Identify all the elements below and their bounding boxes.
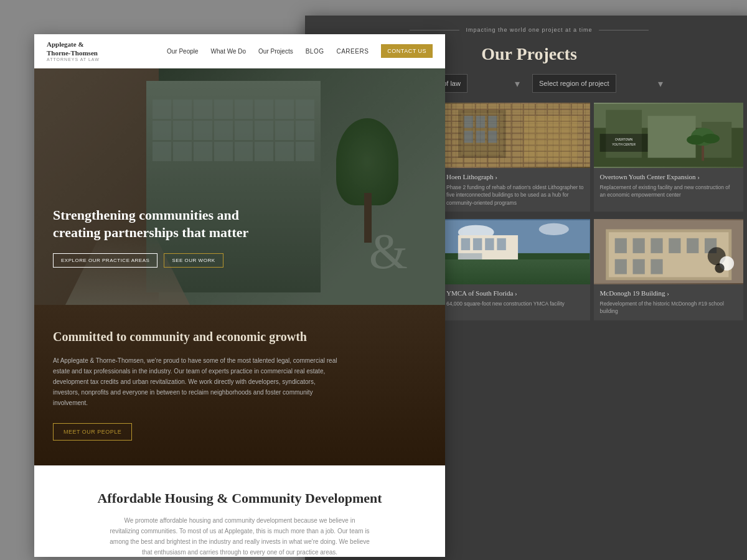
- svg-rect-24: [476, 116, 485, 128]
- contact-us-button[interactable]: CONTACT US: [381, 44, 433, 58]
- svg-rect-64: [632, 259, 644, 274]
- svg-rect-61: [687, 238, 698, 253]
- project-card-mcdonogh[interactable]: McDonogh 19 Building › Redevelopment of …: [594, 219, 744, 320]
- region-filter-wrap: Select region of project: [532, 74, 669, 93]
- logo-name2: Thorne-Thomsen: [47, 49, 100, 57]
- affordable-housing-title: Affordable Housing & Community Developme…: [53, 490, 426, 506]
- see-our-work-button[interactable]: SEE OUR WORK: [164, 253, 223, 268]
- wood-section-text: At Applegate & Thorne-Thomsen, we're pro…: [53, 355, 339, 408]
- projects-right-col: Hoen Lithograph › Phase 2 funding of reh…: [440, 103, 743, 337]
- tagline-text: Impacting the world one project at a tim…: [466, 27, 592, 33]
- svg-rect-59: [651, 238, 662, 253]
- svg-rect-26: [464, 131, 472, 142]
- svg-rect-52: [458, 253, 482, 274]
- svg-rect-23: [464, 116, 472, 128]
- project-body-mcdonogh: McDonogh 19 Building › Redevelopment of …: [594, 284, 744, 320]
- logo-name: Applegate &: [47, 40, 100, 49]
- svg-rect-65: [651, 259, 662, 274]
- left-website-panel: Applegate & Thorne-Thomsen ATTORNEYS AT …: [34, 34, 445, 557]
- svg-text:YOUTH CENTER: YOUTH CENTER: [612, 143, 636, 146]
- nav-our-projects[interactable]: Our Projects: [258, 48, 293, 55]
- project-name-overtown: Overtown Youth Center Expansion ›: [600, 173, 738, 180]
- project-image-overtown: OVERTOWN YOUTH CENTER: [594, 103, 744, 168]
- nav-links: Our People What We Do Our Projects BLOG …: [167, 44, 433, 58]
- svg-rect-57: [614, 238, 626, 253]
- svg-rect-49: [473, 238, 482, 250]
- nav-our-people[interactable]: Our People: [167, 48, 199, 55]
- affordable-housing-text: We promote affordable housing and commun…: [109, 515, 370, 557]
- meet-our-people-button[interactable]: MEET OUR PEOPLE: [53, 423, 132, 441]
- hero-buttons: EXPLORE OUR PRACTICE AREAS SEE OUR WORK: [53, 253, 252, 268]
- svg-rect-27: [476, 131, 485, 142]
- svg-point-53: [548, 266, 553, 271]
- project-desc-mcdonogh: Redevelopment of the historic McDonogh #…: [600, 300, 738, 315]
- svg-rect-29: [524, 116, 578, 161]
- nav-careers[interactable]: CAREERS: [336, 48, 369, 55]
- svg-point-68: [715, 263, 724, 273]
- project-desc-ymca: 64,000 square-foot new construction YMCA…: [446, 300, 584, 307]
- region-filter-select[interactable]: Select region of project: [532, 74, 616, 93]
- svg-rect-63: [614, 259, 626, 274]
- ampersand-watermark: &: [369, 223, 408, 280]
- project-card-ymca[interactable]: YMCA of South Florida › 64,000 square-fo…: [440, 219, 590, 320]
- svg-rect-58: [632, 238, 644, 253]
- svg-point-46: [539, 223, 569, 235]
- explore-practice-areas-button[interactable]: EXPLORE OUR PRACTICE AREAS: [53, 253, 157, 268]
- project-image-ymca: [440, 219, 590, 284]
- tagline-line: Impacting the world one project at a tim…: [316, 27, 742, 33]
- project-body-overtown: Overtown Youth Center Expansion › Replac…: [594, 168, 744, 204]
- hero-section: Strengthening communities and creating p…: [34, 68, 445, 305]
- svg-rect-51: [497, 238, 505, 250]
- hero-content: Strengthening communities and creating p…: [53, 207, 252, 268]
- svg-point-41: [702, 134, 720, 143]
- project-name-ymca: YMCA of South Florida ›: [446, 289, 584, 297]
- svg-rect-50: [485, 238, 494, 250]
- project-body-ymca: YMCA of South Florida › 64,000 square-fo…: [440, 284, 590, 312]
- project-desc-overtown: Replacement of existing facility and new…: [600, 184, 738, 199]
- svg-rect-60: [669, 238, 680, 253]
- navigation: Applegate & Thorne-Thomsen ATTORNEYS AT …: [34, 34, 445, 68]
- project-card-hoen[interactable]: Hoen Lithograph › Phase 2 funding of reh…: [440, 103, 590, 212]
- logo[interactable]: Applegate & Thorne-Thomsen ATTORNEYS AT …: [47, 40, 100, 61]
- svg-rect-28: [488, 131, 497, 142]
- hero-title: Strengthening communities and creating p…: [53, 207, 252, 242]
- svg-rect-17: [440, 104, 590, 167]
- svg-rect-48: [461, 238, 470, 250]
- wood-section: Committed to community and economic grow…: [34, 305, 445, 465]
- project-name-mcdonogh: McDonogh 19 Building ›: [600, 289, 738, 297]
- nav-what-we-do[interactable]: What We Do: [211, 48, 247, 55]
- svg-rect-25: [488, 116, 497, 128]
- svg-rect-33: [647, 116, 695, 157]
- logo-subtitle: ATTORNEYS AT LAW: [47, 57, 100, 62]
- wood-section-title: Committed to community and economic grow…: [53, 330, 426, 344]
- project-image-mcdonogh: [594, 219, 744, 284]
- project-desc-hoen: Phase 2 funding of rehab of nation's old…: [446, 184, 584, 207]
- project-name-hoen: Hoen Lithograph ›: [446, 173, 584, 180]
- affordable-housing-section: Affordable Housing & Community Developme…: [34, 465, 445, 557]
- nav-blog[interactable]: BLOG: [306, 48, 324, 55]
- svg-rect-18: [440, 104, 590, 167]
- svg-text:OVERTOWN: OVERTOWN: [615, 138, 633, 141]
- project-card-overtown[interactable]: OVERTOWN YOUTH CENTER Overtown Youth Cen…: [594, 103, 744, 212]
- project-image-hoen: [440, 103, 590, 168]
- svg-rect-22: [461, 113, 503, 154]
- project-body-hoen: Hoen Lithograph › Phase 2 funding of reh…: [440, 168, 590, 212]
- svg-rect-21: [458, 110, 506, 158]
